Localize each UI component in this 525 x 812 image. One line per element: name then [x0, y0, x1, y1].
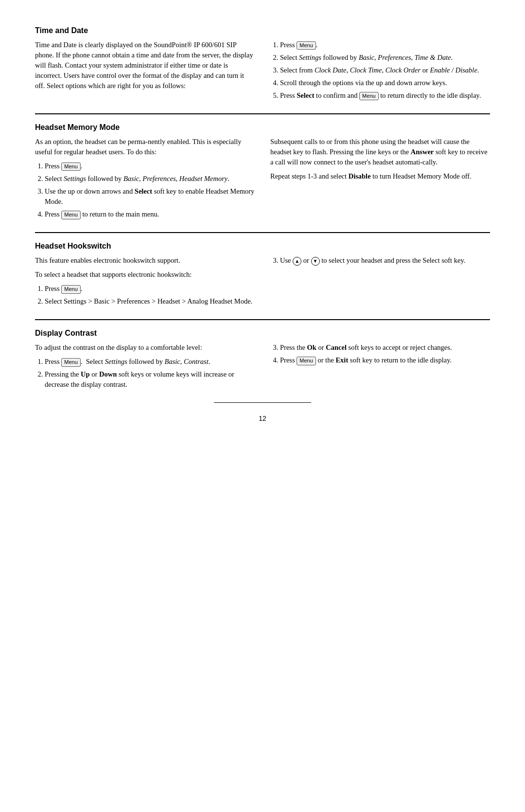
list-item: Press Menu.: [45, 161, 255, 171]
display-contrast-cols: To adjust the contrast on the display to…: [35, 343, 490, 394]
time-and-date-right: Press Menu. Select Settings followed by …: [270, 40, 490, 105]
list-item: Use ▲ or ▼ to select your headset and pr…: [280, 255, 490, 266]
time-and-date-cols: Time and Date is clearly displayed on th…: [35, 40, 490, 105]
headset-hookswitch-cols: This feature enables electronic hookswit…: [35, 255, 490, 310]
list-item: Pressing the Up or Down soft keys or vol…: [45, 369, 255, 390]
menu-key: Menu: [61, 162, 81, 171]
time-and-date-title: Time and Date: [35, 26, 490, 35]
headset-hookswitch-left: This feature enables electronic hookswit…: [35, 255, 255, 310]
headset-hookswitch-right: Use ▲ or ▼ to select your headset and pr…: [270, 255, 490, 310]
section-time-and-date: Time and Date Time and Date is clearly d…: [35, 26, 490, 105]
list-item: Select Settings > Basic > Preferences > …: [45, 296, 255, 307]
list-item: Select Settings followed by Basic, Prefe…: [45, 174, 255, 184]
list-item: Press the Ok or Cancel soft keys to acce…: [280, 343, 490, 353]
list-item: Press Menu.: [280, 40, 490, 50]
menu-key: Menu: [61, 358, 81, 366]
hookswitch-steps: Press Menu. Select Settings > Basic > Pr…: [45, 284, 255, 307]
section-headset-hookswitch: Headset Hookswitch This feature enables …: [35, 242, 490, 310]
time-and-date-left: Time and Date is clearly displayed on th…: [35, 40, 255, 105]
list-item: Scroll through the options via the up an…: [280, 78, 490, 88]
contrast-para: To adjust the contrast on the display to…: [35, 343, 255, 353]
contrast-left-steps: Press Menu. Select Settings followed by …: [45, 357, 255, 390]
page-number: 12: [35, 415, 490, 422]
headset-memory-right: Subsequent calls to or from this phone u…: [270, 137, 490, 223]
list-item: Press Select to confirm and Menu to retu…: [280, 90, 490, 101]
headset-memory-cols: As an option, the headset can be perma-n…: [35, 137, 490, 223]
headset-memory-right-para1: Subsequent calls to or from this phone u…: [270, 137, 490, 167]
menu-key: Menu: [297, 41, 316, 50]
contrast-right-steps: Press the Ok or Cancel soft keys to acce…: [280, 343, 490, 365]
page-content: Time and Date Time and Date is clearly d…: [35, 26, 490, 422]
hookswitch-para2: To select a headset that supports electr…: [35, 270, 255, 280]
headset-memory-left: As an option, the headset can be perma-n…: [35, 137, 255, 223]
section-headset-memory: Headset Memory Mode As an option, the he…: [35, 123, 490, 223]
time-and-date-steps: Press Menu. Select Settings followed by …: [280, 40, 490, 101]
list-item: Press Menu. Select Settings followed by …: [45, 357, 255, 367]
display-contrast-left: To adjust the contrast on the display to…: [35, 343, 255, 394]
hookswitch-para1: This feature enables electronic hookswit…: [35, 255, 255, 266]
list-item: Press Menu.: [45, 284, 255, 294]
divider-3: [35, 319, 490, 320]
list-item: Press Menu to return to the main menu.: [45, 209, 255, 219]
menu-key: Menu: [297, 357, 316, 365]
display-contrast-right: Press the Ok or Cancel soft keys to acce…: [270, 343, 490, 394]
hookswitch-right-steps: Use ▲ or ▼ to select your headset and pr…: [280, 255, 490, 266]
menu-key: Menu: [61, 285, 81, 293]
divider-2: [35, 232, 490, 233]
divider-1: [35, 113, 490, 114]
headset-memory-title: Headset Memory Mode: [35, 123, 490, 132]
section-display-contrast: Display Contrast To adjust the contrast …: [35, 329, 490, 394]
display-contrast-title: Display Contrast: [35, 329, 490, 338]
menu-key: Menu: [61, 211, 81, 219]
headset-hookswitch-title: Headset Hookswitch: [35, 242, 490, 251]
up-arrow-icon: ▲: [293, 257, 301, 266]
headset-memory-para: As an option, the headset can be perma-n…: [35, 137, 255, 157]
list-item: Select Settings followed by Basic, Prefe…: [280, 53, 490, 63]
page-divider-line: [214, 402, 311, 403]
headset-memory-steps: Press Menu. Select Settings followed by …: [45, 161, 255, 219]
down-arrow-icon: ▼: [311, 257, 320, 266]
time-and-date-para: Time and Date is clearly displayed on th…: [35, 40, 255, 91]
list-item: Press Menu or the Exit soft key to retur…: [280, 355, 490, 365]
list-item: Select from Clock Date, Clock Time, Cloc…: [280, 65, 490, 75]
list-item: Use the up or down arrows and Select sof…: [45, 186, 255, 207]
menu-key: Menu: [359, 92, 379, 100]
headset-memory-right-para2: Repeat steps 1-3 and select Disable to t…: [270, 171, 490, 181]
